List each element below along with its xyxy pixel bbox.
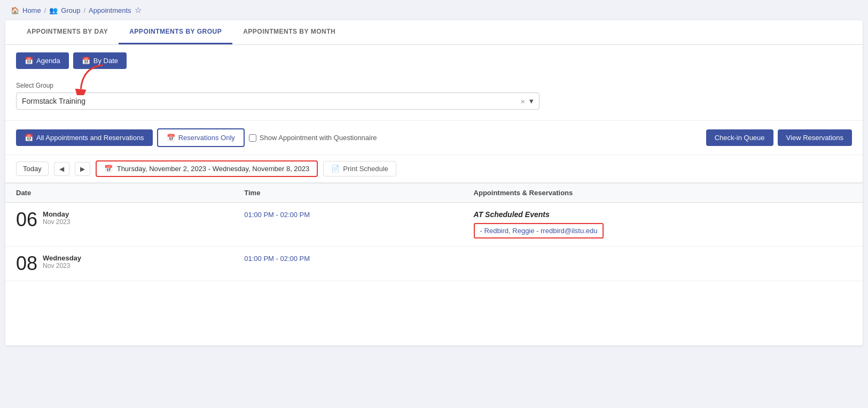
col-time: Time (233, 183, 463, 203)
date-month: Nov 2023 (43, 218, 70, 226)
date-cell-1: 08 Wednesday Nov 2023 (5, 247, 233, 281)
table-row: 08 Wednesday Nov 2023 01:00 PM - 02:00 P… (5, 247, 863, 281)
date-day: Wednesday (43, 254, 81, 262)
by-date-button[interactable]: 📅 By Date (73, 52, 127, 69)
select-group-section: Select Group Formstack Training × ▾ (5, 76, 863, 121)
select-group-dropdown[interactable]: Formstack Training × ▾ (16, 93, 539, 110)
favorite-icon[interactable]: ☆ (135, 5, 142, 15)
attendee-box: - Redbird, Reggie - rredbird@ilstu.edu (474, 223, 604, 238)
checkin-queue-button[interactable]: Check-in Queue (706, 129, 773, 146)
view-reservations-button[interactable]: View Reservations (778, 129, 852, 146)
arrow-container: Formstack Training × ▾ (16, 93, 539, 110)
table-header-row: Date Time Appointments & Reservations (5, 183, 863, 203)
next-button[interactable]: ▶ (75, 162, 90, 176)
date-month: Nov 2023 (43, 262, 81, 270)
questionnaire-checkbox[interactable] (249, 134, 256, 142)
prev-button[interactable]: ◀ (54, 162, 69, 176)
appointments-cell-1 (463, 247, 863, 281)
calendar-icon: 📅 (25, 57, 33, 65)
time-link[interactable]: 01:00 PM - 02:00 PM (244, 211, 310, 219)
date-cell-0: 06 Monday Nov 2023 (5, 203, 233, 247)
time-cell-1[interactable]: 01:00 PM - 02:00 PM (233, 247, 463, 281)
breadcrumb: 🏠 Home / 👥 Group / Appointments ☆ (0, 0, 868, 20)
clear-icon[interactable]: × (520, 97, 525, 106)
date-day: Monday (43, 210, 70, 218)
agenda-button[interactable]: 📅 Agenda (16, 52, 69, 69)
date-number: 06 (16, 210, 37, 229)
today-button[interactable]: Today (16, 161, 49, 176)
filter-bar: 📅 All Appointments and Reservations 📅 Re… (5, 121, 863, 155)
select-group-label: Select Group (16, 82, 852, 89)
all-appointments-button[interactable]: 📅 All Appointments and Reservations (16, 129, 153, 146)
tab-by-month[interactable]: APPOINTMENTS BY MONTH (232, 20, 346, 44)
calendar4-icon: 📅 (167, 134, 175, 142)
date-cal-icon: 📅 (104, 165, 113, 173)
time-cell-0[interactable]: 01:00 PM - 02:00 PM (233, 203, 463, 247)
time-link[interactable]: 01:00 PM - 02:00 PM (244, 255, 310, 263)
col-appointments: Appointments & Reservations (463, 183, 863, 203)
group-icon: 👥 (49, 6, 58, 14)
print-schedule-button[interactable]: 📄 Print Schedule (323, 161, 396, 176)
dropdown-chevron-icon[interactable]: ▾ (529, 96, 534, 106)
group-link[interactable]: Group (61, 6, 80, 14)
appointments-cell-0: AT Scheduled Events - Redbird, Reggie - … (463, 203, 863, 247)
home-link[interactable]: Home (22, 6, 41, 14)
empty-area (5, 281, 863, 345)
col-date: Date (5, 183, 233, 203)
schedule-header: Today ◀ ▶ 📅 Thursday, November 2, 2023 -… (5, 155, 863, 183)
table-row: 06 Monday Nov 2023 01:00 PM - 02:00 PM A… (5, 203, 863, 247)
current-page: Appointments (89, 6, 131, 14)
select-group-value: Formstack Training (22, 97, 520, 105)
questionnaire-checkbox-label[interactable]: Show Appointment with Questionnaire (249, 134, 377, 142)
tabs-bar: APPOINTMENTS BY DAY APPOINTMENTS BY GROU… (5, 20, 863, 45)
print-icon: 📄 (331, 165, 340, 173)
event-title: AT Scheduled Events (474, 210, 852, 219)
tab-by-day[interactable]: APPOINTMENTS BY DAY (16, 20, 119, 44)
calendar2-icon: 📅 (82, 57, 90, 65)
date-number: 08 (16, 254, 37, 273)
view-toolbar: 📅 Agenda 📅 By Date (5, 45, 863, 76)
main-container: APPOINTMENTS BY DAY APPOINTMENTS BY GROU… (5, 20, 863, 345)
schedule-table: Date Time Appointments & Reservations 06… (5, 183, 863, 281)
reservations-only-button[interactable]: 📅 Reservations Only (157, 128, 245, 147)
date-range-box: 📅 Thursday, November 2, 2023 - Wednesday… (96, 160, 318, 177)
calendar3-icon: 📅 (25, 134, 33, 142)
date-range-text: Thursday, November 2, 2023 - Wednesday, … (117, 165, 310, 173)
home-icon: 🏠 (11, 6, 19, 14)
tab-by-group[interactable]: APPOINTMENTS BY GROUP (119, 20, 232, 44)
